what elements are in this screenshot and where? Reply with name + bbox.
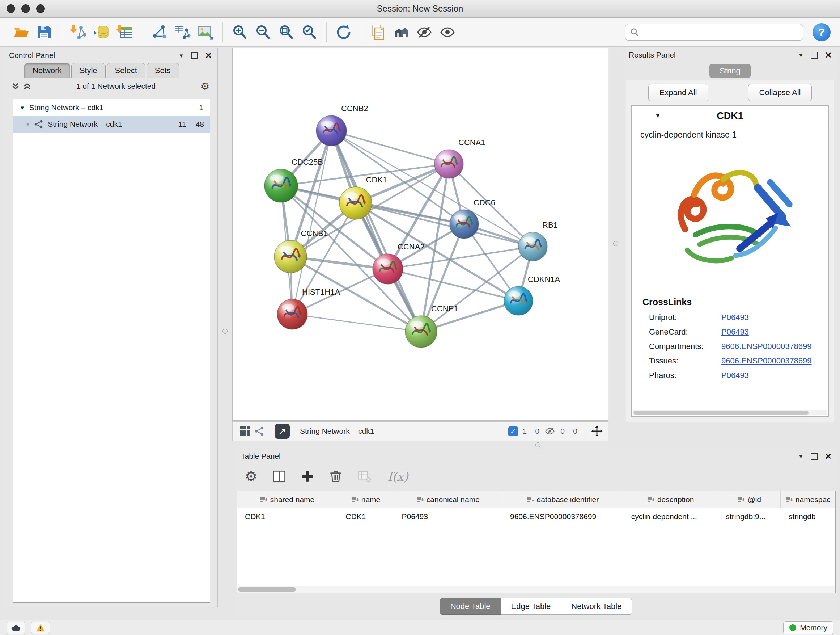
zoom-selected-button[interactable] [299,22,320,43]
selected-checkbox-icon[interactable]: ✓ [508,426,518,436]
open-session-button[interactable] [11,22,32,43]
zoom-out-button[interactable] [253,22,273,43]
expand-all-button[interactable]: Expand All [648,84,708,101]
grid-view-button[interactable] [238,424,252,439]
crosslink-value-link[interactable]: P06493 [722,327,749,337]
expand-all-icon[interactable] [23,82,32,90]
table-cell[interactable]: 9606.ENSP00000378699 [502,508,623,525]
tab-string[interactable]: String [709,64,750,78]
hide-graphics-details-button[interactable] [414,22,435,43]
show-columns-button[interactable] [270,467,289,486]
tab-network[interactable]: Network [24,63,70,78]
tab-network-table[interactable]: Network Table [561,598,632,615]
crosslink-value-link[interactable]: 9606.ENSP00000378699 [722,342,812,351]
protein-section-header[interactable]: ▼ CDK1 [632,106,829,126]
tab-edge-table[interactable]: Edge Table [501,598,561,615]
right-splitter-handle[interactable] [613,241,618,246]
column-header-shared-name[interactable]: shared name [237,491,338,508]
panel-float-icon[interactable] [191,52,198,59]
bottom-splitter-handle[interactable] [535,442,540,448]
network-view-title: String Network – cdk1 [300,427,374,435]
table-cell[interactable]: P06493 [394,508,502,525]
network-canvas[interactable]: CCNB2CCNA1CDC25BCDK1CDC6RB1CCNB1CCNA2CDK… [232,48,608,421]
column-header-description[interactable]: description [623,491,718,508]
add-column-button[interactable] [298,467,317,486]
network-edge[interactable] [332,131,449,164]
search-box[interactable] [625,24,803,41]
crosslink-value-link[interactable]: 9606.ENSP00000378699 [722,356,812,366]
import-network-database-button[interactable] [91,22,112,43]
control-panel-tabs: NetworkStyleSelectSets [3,63,218,78]
application-window: Session: New Session [0,0,840,635]
houses-icon [393,24,410,41]
hidden-eye-slash-icon[interactable] [544,426,556,436]
cloud-status-button[interactable] [6,622,25,634]
zoom-window-button[interactable] [36,4,45,13]
home-view-button[interactable] [391,22,412,43]
network-row-selected[interactable]: ● String Network – cdk1 11 48 [13,116,210,133]
import-network-file-button[interactable] [68,22,89,43]
panel-menu-icon[interactable]: ▼ [798,52,804,58]
tab-node-table[interactable]: Node Table [440,598,501,615]
pan-tool-button[interactable] [591,425,603,437]
columns-icon [271,469,287,485]
new-network-button[interactable] [149,22,170,43]
table-cell[interactable]: stringdb [781,508,835,525]
table-horizontal-scrollbar[interactable] [237,586,835,593]
apply-layout-button[interactable] [333,22,354,43]
minimize-window-button[interactable] [21,4,30,13]
table-cell[interactable]: CDK1 [338,508,394,525]
zoom-fit-button[interactable] [276,22,297,43]
birdseye-toggle-button[interactable]: ↗ [275,424,290,439]
table-options-button[interactable]: ⚙ [242,467,261,486]
table-row[interactable]: CDK1CDK1P064939606.ENSP00000378699cyclin… [237,508,835,525]
crosslink-value-link[interactable]: P06493 [722,313,749,322]
zoom-in-button[interactable] [229,22,250,43]
table-cell[interactable]: cyclin-dependent ... [623,508,718,525]
tab-select[interactable]: Select [107,63,145,78]
panel-menu-icon[interactable]: ▼ [798,453,804,459]
panel-close-icon[interactable]: × [825,453,831,460]
panel-float-icon[interactable] [811,453,818,460]
new-network-from-table-button[interactable] [172,22,193,43]
collection-expand-icon[interactable]: ▼ [19,105,25,111]
close-window-button[interactable] [6,4,15,13]
collapse-all-icon[interactable] [11,82,20,90]
network-edge[interactable] [332,131,421,332]
show-graphics-details-button[interactable] [437,22,458,43]
column-header-database-identifier[interactable]: database identifier [502,491,623,508]
warnings-button[interactable] [31,622,50,634]
memory-button[interactable]: Memory [783,621,834,634]
share-network-button[interactable] [252,424,267,439]
node-label-ccnb2: CCNB2 [341,104,368,113]
search-input[interactable] [642,27,798,37]
network-edge[interactable] [292,314,421,332]
panel-close-icon[interactable]: × [205,52,212,59]
tab-style[interactable]: Style [71,63,106,78]
column-header--id[interactable]: @id [718,491,781,508]
left-splitter-handle[interactable] [223,329,227,334]
panel-menu-icon[interactable]: ▼ [179,52,184,59]
column-header-namespac[interactable]: namespac [781,491,835,508]
function-builder-button[interactable]: f(x) [388,470,409,484]
collapse-all-button[interactable]: Collapse All [748,84,812,101]
tab-sets[interactable]: Sets [147,63,179,78]
section-collapse-icon[interactable]: ▼ [655,112,661,119]
column-header-name[interactable]: name [338,491,394,508]
copy-document-button[interactable] [368,22,388,43]
import-table-button[interactable] [114,22,135,43]
network-options-gear-icon[interactable]: ⚙ [201,80,210,92]
network-collection-row[interactable]: ▼ String Network – cdk1 1 [13,99,210,116]
panel-close-icon[interactable]: × [825,51,831,59]
export-image-button[interactable] [195,22,216,43]
save-session-button[interactable] [34,22,55,43]
delete-column-button[interactable] [326,467,345,486]
help-button[interactable]: ? [813,23,831,41]
table-cell[interactable]: stringdb:9... [718,508,781,525]
protein-description: cyclin-dependent kinase 1 [632,126,829,140]
column-header-canonical-name[interactable]: canonical name [394,491,502,508]
crosslink-value-link[interactable]: P06493 [722,371,749,380]
results-horizontal-scrollbar[interactable] [633,410,827,415]
panel-float-icon[interactable] [811,52,818,59]
table-cell[interactable]: CDK1 [237,508,338,525]
